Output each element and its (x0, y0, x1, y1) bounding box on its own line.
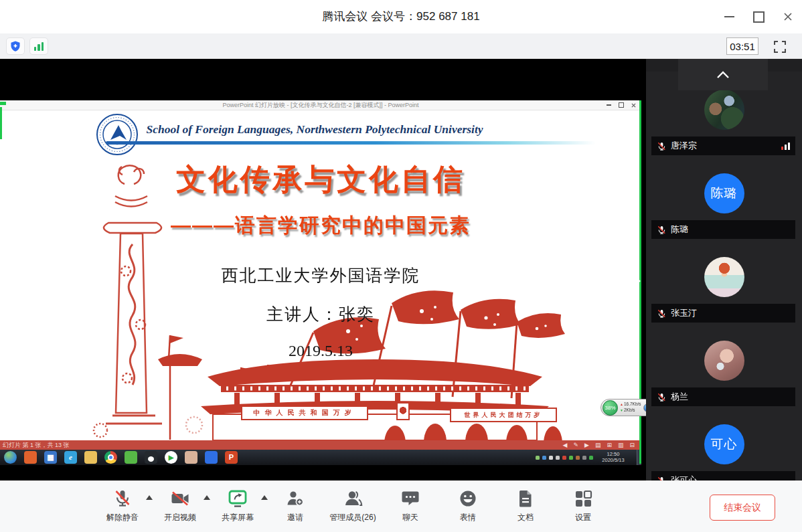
tray-icon[interactable] (569, 456, 573, 460)
presenter-statusbar: 幻灯片 第 1 张，共 13 张 ◀✎▶▤⊞▥⊟ (0, 440, 641, 450)
slide-presenter: 主讲人：张奕 (0, 303, 641, 325)
slide: School of Foreign Languages, Northwester… (0, 110, 641, 440)
participant-tile-3[interactable]: 张玉汀 (646, 239, 802, 323)
taskbar-app-tencent-meeting[interactable] (205, 451, 218, 464)
meeting-bottombar: 解除静音 开启视频 共享屏幕 邀请 管理成员(26) 聊天 表情 文档 (0, 480, 802, 532)
participant-list: 唐泽宗 陈璐 陈璐 张玉汀 (646, 59, 802, 480)
toolbar-item-label: 共享屏幕 (222, 512, 254, 523)
presenter-previous-slide-icon[interactable]: ◀ (562, 442, 567, 448)
presenter-comments-icon[interactable]: ▤ (595, 442, 601, 448)
taskbar-app-chrome[interactable] (104, 451, 117, 464)
toolbar-item-chat[interactable]: 聊天 (382, 489, 439, 523)
toolbar-item-emoji[interactable]: 表情 (439, 489, 497, 523)
minimize-icon[interactable] (724, 16, 734, 17)
mic-muted-icon (657, 225, 667, 235)
participant-namebar: 杨兰 (651, 387, 795, 406)
taskbar-app-browser-360se[interactable] (24, 451, 37, 464)
tray-icon[interactable] (589, 456, 593, 460)
participant-avatar: 可心 (704, 424, 744, 464)
tray-icon[interactable] (536, 456, 540, 460)
mic-muted-icon (657, 308, 667, 319)
participant-tile-4[interactable]: 杨兰 (646, 323, 802, 406)
participant-name: 张可心 (671, 474, 697, 480)
presenter-pen-icon[interactable]: ✎ (573, 442, 578, 448)
ppt-minimize-icon[interactable] (607, 104, 611, 106)
tray-icon[interactable] (562, 456, 566, 460)
toolbar-item-mic[interactable]: 解除静音 (94, 489, 151, 523)
presenter-next-slide-icon[interactable]: ▶ (584, 442, 589, 448)
meeting-timer: 03:51 (726, 37, 758, 55)
participant-name: 杨兰 (671, 391, 688, 403)
taskbar-app-tencent-video[interactable]: ▶ (165, 451, 177, 464)
toolbar-item-label: 开启视频 (164, 512, 196, 523)
fullscreen-icon (773, 39, 787, 54)
slide-subtitle: ———语言学研究中的中国元素 (0, 212, 641, 240)
mic-icon (112, 489, 133, 509)
slide-date: 2019.5.13 (0, 342, 641, 360)
meeting-main-area: PowerPoint 幻灯片放映 - [文化传承与文化自信-2 [兼容模式]] … (0, 59, 802, 480)
toolbar-items: 解除静音 开启视频 共享屏幕 邀请 管理成员(26) 聊天 表情 文档 (94, 489, 612, 523)
taskbar-clock[interactable]: 12:50 2020/5/13 (596, 451, 631, 464)
network-speed-stats: 16.7Kb/s 2Kb/s (620, 402, 641, 414)
slide-school-header: School of Foreign Languages, Northwester… (144, 122, 485, 137)
maximize-icon[interactable] (753, 11, 765, 23)
participant-tile-2[interactable]: 陈璐 陈璐 (646, 155, 802, 239)
participant-avatar (704, 257, 744, 297)
tray-icon[interactable] (576, 456, 580, 460)
shared-screen: PowerPoint 幻灯片放映 - [文化传承与文化自信-2 [兼容模式]] … (0, 59, 646, 480)
participant-namebar: 陈璐 (651, 220, 795, 239)
participant-avatar (704, 90, 744, 130)
taskbar-app-qq[interactable] (145, 451, 157, 464)
toolbar-item-members[interactable]: 管理成员(26) (324, 489, 382, 523)
toolbar-item-settings[interactable]: 设置 (554, 489, 612, 523)
participant-namebar: 唐泽宗 (651, 137, 795, 155)
toolbar-item-share[interactable]: 共享屏幕 (209, 489, 266, 523)
end-meeting-button[interactable]: 结束会议 (710, 495, 775, 521)
toolbar-item-docs[interactable]: 文档 (497, 489, 554, 523)
taskbar-app-video-player[interactable]: ▦ (44, 451, 57, 464)
presenter-notes-icon[interactable]: ▥ (618, 442, 624, 448)
powerpoint-titlebar: PowerPoint 幻灯片放映 - [文化传承与文化自信-2 [兼容模式]] … (0, 100, 641, 110)
presenter-slide-grid-icon[interactable]: ⊞ (607, 442, 612, 448)
header-divider (106, 141, 596, 145)
mic-muted-icon (657, 141, 667, 151)
network-quality-button[interactable] (29, 37, 48, 55)
participant-name: 陈璐 (671, 224, 688, 236)
window-title: 腾讯会议 会议号：952 687 181 (0, 0, 802, 33)
tray-icon[interactable] (549, 456, 553, 460)
banner-right-text: 世界人民大团结万岁 (450, 408, 557, 422)
participant-avatar (704, 341, 744, 381)
chevron-right-icon[interactable] (628, 270, 643, 292)
window-titlebar: 腾讯会议 会议号：952 687 181 (0, 0, 802, 33)
close-icon[interactable] (783, 12, 793, 21)
toolbar-item-label: 邀请 (287, 512, 303, 523)
toolbar-item-invite[interactable]: 邀请 (266, 489, 324, 523)
performance-float-widget[interactable]: 38% 16.7Kb/s 2Kb/s (600, 399, 646, 416)
toolbar-item-label: 表情 (460, 512, 476, 523)
taskbar-app-file-explorer[interactable] (84, 451, 97, 464)
camera-icon (170, 489, 190, 509)
powerpoint-window-title: PowerPoint 幻灯片放映 - [文化传承与文化自信-2 [兼容模式]] … (0, 100, 641, 110)
tray-icon[interactable] (542, 456, 546, 460)
presenter-display-icon[interactable]: ⊟ (629, 442, 635, 448)
participants-sidebar[interactable]: 唐泽宗 陈璐 陈璐 张玉汀 (646, 59, 802, 480)
toolbar-item-camera[interactable]: 开启视频 (151, 489, 209, 523)
collapse-sidebar-button[interactable] (678, 59, 768, 90)
security-shield-button[interactable] (6, 37, 25, 55)
participant-tile-5[interactable]: 可心 张可心 (646, 406, 802, 480)
participant-name: 唐泽宗 (671, 140, 697, 152)
ppt-close-icon[interactable] (631, 103, 636, 108)
toolbar-item-label: 设置 (575, 512, 591, 523)
taskbar-app-start[interactable] (4, 451, 17, 464)
tray-icon[interactable] (556, 456, 560, 460)
taskbar-app-powerpoint[interactable]: P (225, 451, 238, 464)
toolbar-item-label: 文档 (517, 512, 534, 523)
ppt-maximize-icon[interactable] (619, 102, 624, 108)
tray-icon[interactable] (582, 456, 586, 460)
taskbar-app-360-safe[interactable] (125, 451, 137, 464)
taskbar-app-photo-viewer[interactable] (185, 451, 197, 464)
emoji-icon (458, 489, 478, 509)
fullscreen-button[interactable] (770, 38, 790, 55)
taskbar-app-internet-explorer[interactable]: e (64, 451, 77, 464)
participant-name: 张玉汀 (671, 307, 697, 319)
